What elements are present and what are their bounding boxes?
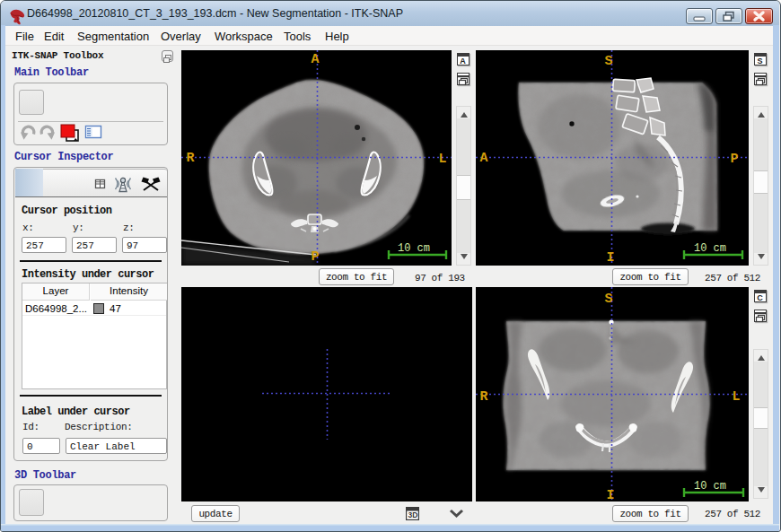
svg-text:10 cm: 10 cm bbox=[694, 480, 726, 493]
svg-text:3D: 3D bbox=[408, 510, 418, 519]
svg-text:10 cm: 10 cm bbox=[694, 242, 726, 255]
svg-text:10 cm: 10 cm bbox=[398, 242, 430, 255]
